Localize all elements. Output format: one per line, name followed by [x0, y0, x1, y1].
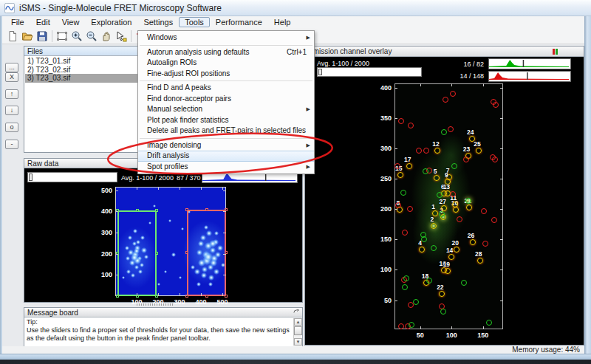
scroll-down-arrow[interactable]: ▼ [294, 338, 302, 346]
menu-item-file[interactable]: File [5, 17, 30, 27]
side-button-0[interactable]: ... [5, 63, 18, 72]
y-tick-mark [223, 211, 226, 212]
menu-item-settings[interactable]: Settings [137, 17, 179, 27]
scroll-thumb[interactable] [294, 326, 302, 335]
tools-menu-item-image-denoising[interactable]: Image denoising▶ [138, 140, 314, 151]
menu-item-edit[interactable]: Edit [30, 17, 56, 27]
y-tick-label: 500 [98, 187, 112, 194]
open-folder-icon[interactable] [20, 29, 35, 43]
x-tick-mark [483, 326, 484, 329]
fret-pair-marker [439, 291, 445, 297]
acceptor-peak-marker [448, 126, 454, 132]
tools-menu-item-find-donor-acceptor-pairs[interactable]: Find donor-acceptor pairs [138, 94, 314, 105]
fret-pair-marker [448, 254, 454, 260]
window-frame-right [584, 16, 591, 354]
emission-frame-slider-handle[interactable] [318, 69, 322, 75]
menu-shortcut: Ctrl+1 [287, 47, 307, 58]
raw-frame-slider-handle[interactable] [29, 174, 33, 181]
fret-pair-marker [470, 239, 476, 245]
side-button-4[interactable]: o [5, 123, 18, 132]
fret-pair-marker [397, 172, 403, 178]
fret-pair-marker [434, 148, 440, 154]
fret-pair-marker [434, 175, 440, 181]
emission-image-plot[interactable]: 1234567891011121314151617181920212223242… [394, 83, 503, 329]
menu-item-performance[interactable]: Performance [210, 17, 268, 27]
side-button-2[interactable]: ↑ [5, 89, 18, 99]
roi-handle[interactable] [205, 208, 208, 211]
menu-item-tools[interactable]: Tools [179, 17, 210, 27]
tools-menu-item-drift-analysis[interactable]: Drift analysis [138, 151, 314, 162]
tools-menu-item-manual-selection[interactable]: Manual selection▶ [138, 104, 314, 115]
window-frame-left [0, 16, 2, 354]
y-tick-label: 350 [377, 114, 392, 122]
menu-item-view[interactable]: View [56, 17, 86, 27]
raw-avg-label: Avg. 1-100 / 2000 [121, 174, 174, 182]
red-threshold-histogram[interactable] [488, 71, 571, 82]
roi-rectangle-icon[interactable] [55, 29, 69, 43]
roi-handle[interactable] [185, 295, 188, 298]
acceptor-peak-marker [443, 97, 448, 103]
marker-number-label: 27 [440, 198, 446, 205]
side-button-5[interactable]: - [5, 140, 18, 149]
menu-item-exploration[interactable]: Exploration [85, 17, 137, 27]
roi-handle[interactable] [116, 295, 119, 298]
raw-image-plot[interactable] [115, 187, 226, 296]
zoom-in-icon[interactable] [69, 29, 84, 43]
side-button-3[interactable]: ↓ [5, 106, 18, 115]
roi-handle[interactable] [185, 208, 188, 211]
tools-menu-item-windows[interactable]: Windows▶ [138, 32, 314, 44]
emission-avg-label: Avg. 1-100 / 2000 [317, 60, 369, 67]
x-tick-label: 500 [216, 298, 228, 306]
donor-peak-marker [426, 278, 432, 284]
donor-peak-marker [437, 192, 443, 198]
y-tick-mark [115, 254, 118, 255]
y-tick-mark [115, 211, 118, 212]
tools-menu-item-autoalign-rois[interactable]: Autoalign ROIs [138, 58, 314, 69]
menu-item-help[interactable]: Help [268, 17, 297, 27]
donor-peak-marker [431, 245, 437, 251]
pan-hand-icon[interactable] [99, 29, 114, 43]
tools-menu-item-delete-all-peaks-and-fret-pairs-in-selected-files[interactable]: Delete all peaks and FRET-pairs in selec… [138, 126, 314, 137]
tools-menu-item-spot-profiles[interactable]: Spot profiles▶ [138, 162, 314, 173]
side-button-1[interactable]: X [5, 72, 18, 82]
acceptor-peak-marker [407, 206, 413, 212]
panel-resize-handle[interactable] [137, 303, 174, 306]
roi-handle[interactable] [225, 295, 228, 298]
roi-handle[interactable] [136, 209, 139, 212]
red-roi-rectangle[interactable] [187, 210, 227, 296]
y-tick-label: 50 [377, 297, 392, 304]
raw-frame-slider[interactable] [27, 172, 117, 182]
emission-frame-slider[interactable] [317, 67, 422, 77]
new-file-icon[interactable] [5, 29, 20, 43]
scroll-up-arrow[interactable]: ▲ [294, 318, 302, 326]
roi-handle[interactable] [155, 252, 158, 255]
emission-panel-title: Emission channel overlay [308, 47, 392, 55]
tools-menu-item-fine-adjust-roi-positions[interactable]: Fine-adjust ROI positions [138, 69, 314, 80]
taskbar-edge [0, 360, 591, 364]
marker-number-label: 20 [452, 239, 459, 247]
data-cursor-icon[interactable] [114, 29, 129, 43]
tools-menu-item-find-d-and-a-peaks[interactable]: Find D and A peaks [138, 83, 314, 94]
roi-handle[interactable] [185, 251, 188, 254]
green-threshold-histogram[interactable] [488, 58, 571, 69]
green-roi-rectangle[interactable] [117, 210, 157, 295]
message-scrollbar[interactable]: ▲ ▼ [293, 318, 301, 346]
save-icon[interactable] [35, 29, 49, 43]
emission-body: Avg. 1-100 / 2000 16 / 82 14 / 148 12345… [305, 57, 584, 345]
y-tick-mark [115, 190, 118, 191]
acceptor-peak-marker [423, 148, 429, 154]
tools-menu-item-autorun-analysis-using-defaults[interactable]: Autorun analysis using defaultsCtrl+1 [138, 47, 314, 58]
acceptor-peak-marker [402, 230, 408, 236]
tools-menu: Windows▶Autorun analysis using defaultsC… [137, 30, 315, 174]
detach-icon[interactable] [293, 309, 300, 316]
overlay-channels-icon[interactable] [553, 49, 556, 55]
message-board-text: Tip: Use the sliders to find a proper se… [27, 318, 292, 343]
acceptor-peak-marker [416, 148, 422, 154]
roi-handle[interactable] [225, 208, 228, 211]
tools-menu-item-plot-peak-finder-statistics[interactable]: Plot peak finder statistics [138, 115, 314, 126]
y-tick-label: 150 [377, 236, 392, 243]
roi-handle[interactable] [205, 295, 208, 298]
roi-handle[interactable] [155, 209, 158, 212]
zoom-out-icon[interactable] [84, 29, 99, 43]
y-tick-label: 200 [377, 205, 392, 213]
